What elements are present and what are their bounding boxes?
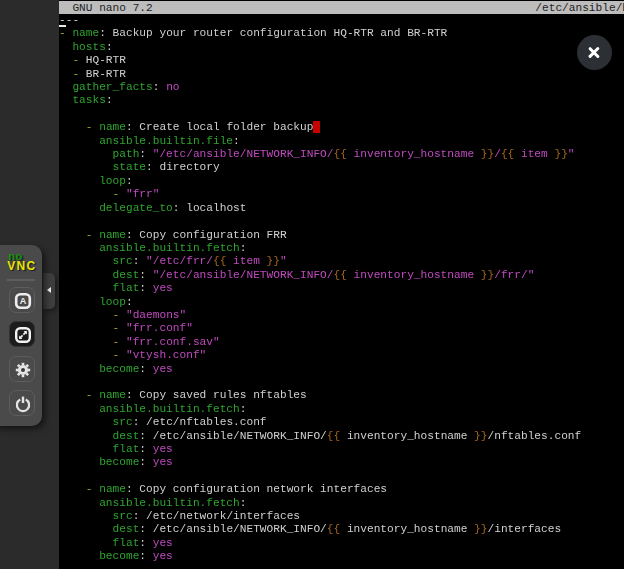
svg-text:A: A (20, 296, 27, 306)
